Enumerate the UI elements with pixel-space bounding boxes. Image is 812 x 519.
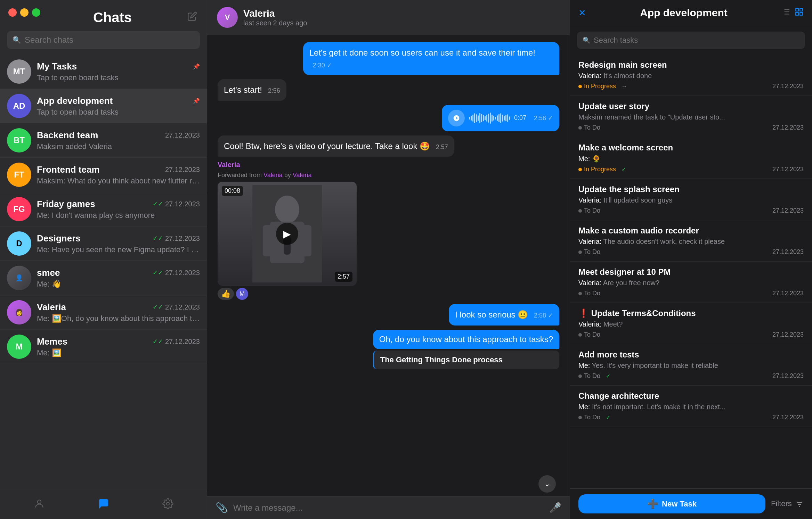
task-item[interactable]: Meet designer at 10 PM Valeria: Are you …: [570, 262, 812, 303]
reaction-thumbsup[interactable]: 👍: [218, 288, 234, 300]
chat-date: 27.12.2023: [165, 234, 200, 242]
task-meta: In Progress → 27.12.2023: [578, 83, 804, 90]
attachment-icon[interactable]: 📎: [216, 502, 228, 513]
chat-item-frontend-team[interactable]: FT Frontend team 27.12.2023 Maksim: What…: [0, 158, 207, 192]
maximize-window-control[interactable]: [32, 8, 40, 17]
chat-name: App development: [37, 96, 113, 106]
avatar: D: [7, 231, 31, 256]
search-chats-input[interactable]: [25, 35, 194, 45]
chats-panel: Chats 🔍 MT My Tasks 📌 Tap to open board …: [0, 0, 207, 519]
chat-item-smee[interactable]: 👤 smee ✓✓ 27.12.2023 Me: 👋: [0, 261, 207, 295]
filters-button[interactable]: Filters: [771, 499, 804, 508]
new-task-button[interactable]: ➕ New Task: [578, 494, 765, 513]
task-meta: To Do 27.12.2023: [578, 331, 804, 338]
chat-name: Backend team: [37, 130, 98, 141]
task-status: To Do: [578, 331, 600, 338]
voice-waveform: [469, 112, 510, 124]
task-name: Make a custom audio recorder: [578, 226, 804, 236]
chat-date: 27.12.2023: [165, 303, 200, 311]
task-item[interactable]: Change architecture Me: It's not importa…: [570, 386, 812, 427]
nav-settings-icon[interactable]: [162, 498, 173, 512]
message-time: 2:56 ✓: [534, 114, 553, 122]
task-item[interactable]: Make a custom audio recorder Valeria: Th…: [570, 220, 812, 262]
close-tasks-button[interactable]: ✕: [578, 8, 586, 18]
forwarded-header: Valeria: [218, 161, 357, 169]
task-item[interactable]: Update user story Maksim renamed the tas…: [570, 96, 812, 137]
compose-icon[interactable]: [187, 11, 197, 24]
task-status: To Do: [578, 372, 600, 380]
status-dot: [578, 416, 582, 419]
chat-header-info: Valeria last seen 2 days ago: [243, 8, 307, 27]
voice-duration: 0:07: [514, 114, 526, 122]
message-time: 2:58 ✓: [534, 312, 553, 319]
svg-rect-17: [796, 13, 798, 15]
search-tasks-input[interactable]: [594, 36, 799, 45]
svg-rect-5: [263, 225, 273, 256]
svg-rect-6: [301, 225, 311, 256]
video-thumbnail[interactable]: ▶ 00:08 2:57: [218, 182, 357, 286]
chat-preview: Maksim added Valeria: [37, 142, 200, 151]
status-label: To Do: [584, 124, 600, 131]
chat-preview: Me: 🖼️Oh, do you know about this approac…: [37, 314, 200, 323]
svg-rect-18: [800, 13, 803, 15]
nav-profile-icon[interactable]: [34, 498, 45, 512]
task-by: Me: 🌻: [578, 155, 804, 163]
chat-item-memes[interactable]: M Memes ✓✓ 27.12.2023 Me: 🖼️: [0, 330, 207, 364]
status-dot: [578, 168, 582, 171]
video-play-button[interactable]: ▶: [276, 223, 298, 245]
nav-chat-icon[interactable]: [98, 498, 109, 512]
read-check-icon: ✓✓: [153, 200, 163, 208]
contact-avatar: V: [217, 7, 238, 28]
task-item[interactable]: Add more tests Me: Yes. It's very import…: [570, 344, 812, 386]
chat-item-friday-games[interactable]: FG Friday games ✓✓ 27.12.2023 Me: I don'…: [0, 192, 207, 226]
avatar: FG: [7, 197, 31, 221]
status-label: To Do: [584, 414, 600, 421]
tasks-header: ✕ App development: [570, 0, 812, 26]
chat-preview: Tap to open board tasks: [37, 73, 200, 82]
chat-item-my-tasks[interactable]: MT My Tasks 📌 Tap to open board tasks: [0, 55, 207, 89]
board-view-icon[interactable]: [795, 7, 804, 18]
task-status: To Do: [578, 414, 600, 421]
task-list: Redesign main screen Valeria: It's almos…: [570, 55, 812, 488]
chat-item-valeria[interactable]: 👩 Valeria ✓✓ 27.12.2023 Me: 🖼️Oh, do you…: [0, 295, 207, 330]
svg-point-1: [167, 502, 169, 505]
task-name: Update user story: [578, 101, 804, 111]
close-window-control[interactable]: [8, 8, 17, 17]
svg-rect-15: [796, 8, 798, 11]
chat-item-designers[interactable]: D Designers ✓✓ 27.12.2023 Me: Have you s…: [0, 226, 207, 261]
status-dot: [578, 292, 582, 295]
task-status: In Progress: [578, 166, 616, 173]
task-arrow-icon: →: [622, 83, 627, 90]
chat-preview: Me: 👋: [37, 280, 200, 289]
avatar: AD: [7, 94, 31, 118]
chat-info: Valeria ✓✓ 27.12.2023 Me: 🖼️Oh, do you k…: [37, 302, 200, 323]
link-preview[interactable]: The Getting Things Done process: [373, 351, 559, 369]
task-item[interactable]: Redesign main screen Valeria: It's almos…: [570, 55, 812, 96]
search-icon: 🔍: [13, 36, 21, 44]
task-name: Update the splash screen: [578, 184, 804, 194]
chat-item-backend-team[interactable]: BT Backend team 27.12.2023 Maksim added …: [0, 123, 207, 158]
contact-status: last seen 2 days ago: [243, 19, 307, 27]
chat-input-area: 📎 🎤: [207, 496, 570, 519]
scroll-down-button[interactable]: ⌄: [538, 475, 556, 493]
message-text: Cool! Btw, here's a video of your lectur…: [224, 141, 430, 151]
task-by: Valeria: It's almost done: [578, 72, 804, 80]
chats-title: Chats: [93, 10, 132, 25]
voice-play-button[interactable]: [448, 110, 465, 126]
status-label: In Progress: [584, 83, 616, 90]
reaction-m[interactable]: M: [236, 288, 248, 300]
message-input[interactable]: [233, 503, 544, 513]
task-by: Valeria: It'll updated soon guys: [578, 196, 804, 204]
task-item[interactable]: Make a welcome screen Me: 🌻 In Progress …: [570, 137, 812, 179]
minimize-window-control[interactable]: [20, 8, 29, 17]
task-item[interactable]: Update the splash screen Valeria: It'll …: [570, 179, 812, 220]
chat-item-app-development[interactable]: AD App development 📌 Tap to open board t…: [0, 89, 207, 123]
task-name: Meet designer at 10 PM: [578, 267, 804, 277]
task-item[interactable]: ❗ Update Terms&Conditions Valeria: Meet?…: [570, 303, 812, 344]
microphone-icon[interactable]: 🎤: [549, 502, 561, 513]
message-time: 2:30 ✓: [313, 62, 332, 69]
chat-name: My Tasks: [37, 61, 77, 72]
bottom-nav: [0, 491, 207, 519]
chat-name: Valeria: [37, 302, 66, 313]
list-view-icon[interactable]: [781, 7, 790, 18]
